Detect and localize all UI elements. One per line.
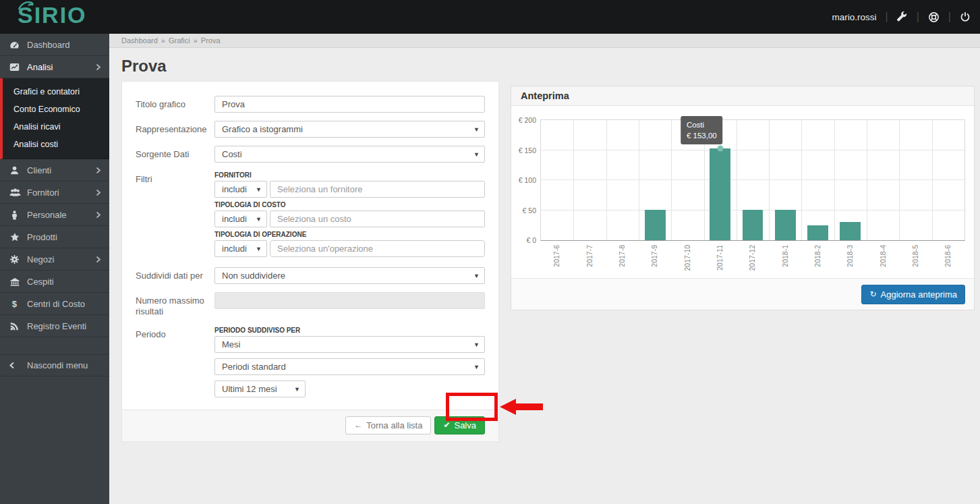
star-icon [9,232,27,242]
sidebar-item-clienti[interactable]: Clienti [0,159,109,181]
chevron-right-icon [96,189,101,196]
gear-icon [9,254,27,264]
power-icon[interactable] [960,11,971,22]
sidebar-item-label: Negozi [27,254,54,264]
y-axis-tick-label: € 200 [513,116,536,124]
chart-bar-2018-3[interactable] [840,222,861,240]
breadcrumb-separator: » [161,36,165,45]
submenu-item-analisi-costi[interactable]: Analisi costi [3,136,109,153]
breadcrumb-separator: » [194,36,198,45]
chart-bar-2017-9[interactable] [645,210,666,240]
person-icon [9,210,27,220]
wrench-icon[interactable] [897,11,908,22]
submenu-item-conto-economico[interactable]: Conto Economico [3,101,109,118]
caret-down-icon: ▼ [473,126,480,133]
x-axis-tick-label: 2018-2 [813,245,822,267]
main-content: Dashboard»Grafici»Prova Prova Titolo gra… [109,34,980,504]
periodo-suddiviso-label: PERIODO SUDDIVISO PER [214,327,485,334]
x-axis-tick-label: 2017-12 [748,245,756,271]
aggiorna-anteprima-button[interactable]: ↻ Aggiorna anteprima [861,285,965,304]
chart-icon [9,62,27,72]
chart-tooltip: Costi€ 153,00 [681,116,723,144]
chart-hover-dot [717,145,723,151]
rappresentazione-select[interactable]: Grafico a istogrammi ▼ [214,121,485,138]
sidebar-item-label: Centri di Costo [27,299,85,309]
x-axis-tick-label: 2017-11 [716,245,724,271]
chart-bar-2017-12[interactable] [743,210,763,240]
x-axis-tick-label: 2018-5 [911,245,919,267]
chart-bar-2018-1[interactable] [775,210,796,240]
filter-mode-select[interactable]: includi▼ [214,211,267,227]
filter-mode-select[interactable]: includi▼ [214,240,267,257]
x-axis-tick-label: 2017-6 [552,245,560,267]
chevron-right-icon [96,211,101,219]
tooltip-series: Costi [687,119,717,130]
suddividi-select[interactable]: Non suddividere ▼ [214,267,485,284]
y-axis-tick-label: € 0 [513,236,536,244]
sidebar-item-label: Registro Eventi [27,321,86,331]
sidebar-item-cespiti[interactable]: Cespiti [0,271,109,293]
caret-down-icon: ▼ [256,246,262,252]
sidebar-item-label: Cespiti [27,277,54,287]
navbar-divider: | [886,11,888,23]
sidebar-item-personale[interactable]: Personale [0,204,109,226]
sidebar-item-centri-di-costo[interactable]: $Centri di Costo [0,293,109,315]
titolo-grafico-input[interactable] [214,96,485,113]
chart-plot: € 0€ 50€ 100€ 150€ 2002017-62017-72017-8… [540,119,965,241]
numero-massimo-label: Numero massimo risultati [136,292,214,318]
x-axis-tick-label: 2017-9 [650,245,658,267]
sidebar-item-label: Analisi [27,62,53,72]
chevron-right-icon [96,256,101,263]
x-axis-tick-label: 2017-10 [683,245,691,271]
periodo-range-select[interactable]: Ultimi 12 mesi ▼ [214,381,306,397]
breadcrumb-item[interactable]: Dashboard [121,36,158,45]
bank-icon [9,277,27,287]
x-axis-tick-label: 2018-1 [780,245,788,267]
chart-bar-2017-11[interactable] [710,148,730,240]
periodo-tipo-select[interactable]: Periodi standard ▼ [214,358,485,375]
navbar-divider: | [917,11,919,23]
periodo-suddiviso-select[interactable]: Mesi ▼ [214,336,485,353]
arrow-left-icon: ← [354,421,362,429]
chart-form-panel: Titolo grafico Rappresentazione Grafico … [121,81,499,442]
rappresentazione-label: Rappresentazione [136,121,214,138]
filter-value-input[interactable] [270,211,485,227]
sidebar-item-label: Fornitori [27,188,59,198]
breadcrumb-item[interactable]: Grafici [169,36,190,45]
sorgente-dati-select[interactable]: Costi ▼ [214,146,485,163]
filter-mode-select[interactable]: includi▼ [214,181,267,198]
x-axis-tick-label: 2017-7 [585,245,593,267]
tooltip-value: € 153,00 [687,130,717,141]
submenu-item-analisi-ricavi[interactable]: Analisi ricavi [3,118,109,136]
chart-bar-2018-2[interactable] [807,225,828,240]
svg-text:$: $ [12,299,18,309]
filter-group-label: TIPOLOGIA DI OPERAZIONE [214,231,485,238]
titolo-grafico-label: Titolo grafico [136,96,214,113]
sidebar-item-label: Clienti [27,165,51,175]
gauge-icon [9,40,27,50]
submenu-item-grafici-e-contatori[interactable]: Grafici e contatori [3,83,109,101]
torna-alla-lista-button[interactable]: ← Torna alla lista [345,416,431,435]
page-title: Prova [121,57,980,76]
dollar-icon: $ [9,299,27,309]
sidebar-item-fornitori[interactable]: Fornitori [0,181,109,204]
y-axis-tick-label: € 150 [513,146,536,155]
sirio-logo[interactable]: SIRIO [18,2,87,28]
salva-button[interactable]: ✔ Salva [434,416,485,435]
chevron-right-icon [96,167,101,174]
sidebar-item-label: Dashboard [27,40,70,50]
sidebar-item-negozi[interactable]: Negozi [0,248,109,271]
sidebar-item-nascondi-menu[interactable]: Nascondi menu [0,354,109,376]
sidebar-item-dashboard[interactable]: Dashboard [0,34,109,56]
filter-value-input[interactable] [270,181,485,198]
sidebar-item-prodotti[interactable]: Prodotti [0,226,109,248]
caret-down-icon: ▼ [473,364,480,370]
filter-group-label: TIPOLOGIA DI COSTO [214,201,485,208]
support-icon[interactable] [928,11,940,23]
sidebar-item-analisi[interactable]: Analisi [0,56,109,78]
x-axis-tick-label: 2018-6 [944,245,952,267]
filter-value-input[interactable] [270,240,485,257]
breadcrumb-item[interactable]: Prova [201,36,221,45]
sidebar-item-registro-eventi[interactable]: Registro Eventi [0,315,109,337]
username[interactable]: mario.rossi [832,12,877,22]
